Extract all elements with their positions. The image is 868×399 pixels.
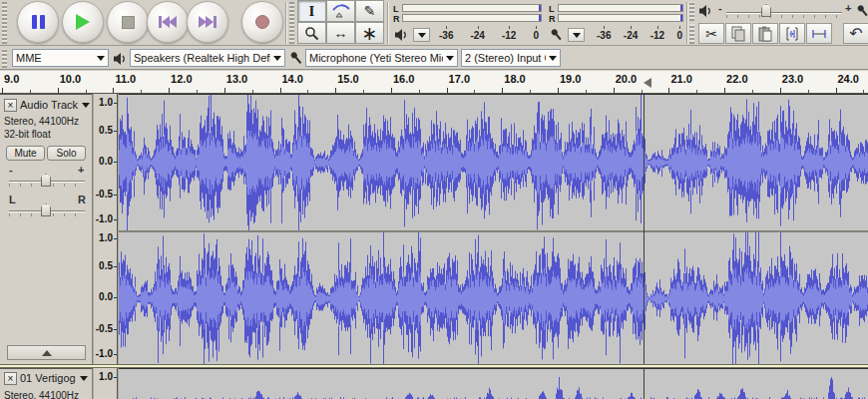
track1-channel2-waveform bbox=[119, 232, 868, 364]
recording-device-icon bbox=[288, 50, 304, 67]
recording-channels-dropdown[interactable]: 2 (Stereo) Input C bbox=[461, 49, 561, 67]
time-shift-tool-button[interactable]: ↔ bbox=[326, 22, 355, 44]
playback-meter-dropdown-button[interactable] bbox=[413, 28, 430, 42]
chevron-down-icon bbox=[446, 56, 454, 61]
draw-tool-button[interactable]: ✎ bbox=[355, 0, 384, 22]
selection-tool-icon: I bbox=[309, 4, 315, 19]
track1-solo-button[interactable]: Solo bbox=[47, 146, 86, 161]
collapse-up-icon bbox=[42, 350, 52, 356]
track1-collapse-button[interactable] bbox=[7, 345, 86, 360]
recording-meter-scale: -36-24-120 bbox=[597, 30, 682, 41]
audio-host-dropdown[interactable]: MME bbox=[12, 49, 109, 67]
track1-ch1-ruler[interactable]: 1.00.50.0-0.5-1.0 bbox=[94, 94, 118, 229]
paste-icon bbox=[757, 26, 773, 42]
trim-audio-icon bbox=[784, 26, 800, 42]
silence-audio-button[interactable] bbox=[806, 23, 832, 44]
track2-control-panel: × 01 Vertigog Stereo, 44100Hz bbox=[0, 368, 93, 399]
gain-max-label: + bbox=[78, 164, 84, 176]
time-shift-tool-icon: ↔ bbox=[334, 26, 348, 40]
copy-button[interactable] bbox=[725, 23, 751, 44]
trim-audio-button[interactable] bbox=[779, 23, 805, 44]
draw-tool-icon: ✎ bbox=[364, 4, 376, 18]
track2-waveform[interactable] bbox=[119, 368, 868, 399]
envelope-tool-icon bbox=[332, 4, 350, 18]
envelope-tool-button[interactable] bbox=[326, 0, 355, 22]
recording-meter-right-bar bbox=[558, 14, 683, 22]
skip-to-end-icon bbox=[199, 16, 217, 28]
copy-icon bbox=[730, 26, 746, 42]
multi-tool-button[interactable]: ∗ bbox=[355, 22, 384, 44]
track1-format-label: Stereo, 44100Hz bbox=[4, 116, 79, 127]
undo-button[interactable]: ↶ bbox=[843, 23, 868, 44]
record-button[interactable] bbox=[241, 1, 283, 43]
playhead-marker[interactable] bbox=[644, 78, 651, 88]
recording-meter-dropdown-button[interactable] bbox=[568, 28, 585, 42]
track2-format-label: Stereo, 44100Hz bbox=[4, 390, 79, 399]
output-volume-slider[interactable] bbox=[726, 12, 842, 14]
playback-meter-scale: -36-24-120 bbox=[439, 30, 539, 41]
undo-icon: ↶ bbox=[849, 26, 862, 42]
output-volume-ticks bbox=[726, 15, 842, 18]
skip-to-end-button[interactable] bbox=[187, 1, 228, 43]
recording-meter-right-label: R bbox=[549, 15, 556, 23]
zoom-tool-button[interactable] bbox=[297, 22, 326, 44]
paste-button[interactable] bbox=[752, 23, 778, 44]
edit-toolbar-grabber[interactable] bbox=[689, 24, 694, 44]
track1-channel1-waveform bbox=[119, 95, 868, 230]
tools-toolbar-grabber[interactable] bbox=[289, 2, 294, 44]
track1-gain-thumb[interactable] bbox=[41, 174, 51, 187]
skip-to-start-button[interactable] bbox=[147, 1, 189, 43]
mixer-toolbar-grabber[interactable] bbox=[689, 2, 694, 21]
chevron-down-icon bbox=[80, 376, 88, 381]
track1-title: Audio Track bbox=[20, 99, 78, 111]
recording-device-value: Microphone (Yeti Stereo Microp bbox=[309, 52, 443, 64]
track1-pan-thumb[interactable] bbox=[41, 203, 51, 216]
cut-button[interactable]: ✂ bbox=[698, 23, 724, 44]
transport-toolbar-grabber[interactable] bbox=[2, 2, 7, 44]
playback-device-value: Speakers (Realtek High Definit bbox=[134, 52, 270, 64]
playback-meter-left-label: L bbox=[393, 5, 399, 13]
track-area: × Audio Track Stereo, 44100Hz 32-bit flo… bbox=[0, 94, 868, 399]
playback-meter-right-label: R bbox=[393, 15, 400, 23]
toolbar-separator bbox=[285, 2, 287, 44]
microphone-icon bbox=[549, 27, 565, 43]
track2-title: 01 Vertigog bbox=[20, 372, 76, 384]
volume-max-label: + bbox=[845, 2, 851, 14]
track1-depth-label: 32-bit float bbox=[4, 129, 51, 140]
track2-ruler[interactable]: 1.0 bbox=[94, 368, 118, 399]
recording-meter-left-bar bbox=[558, 4, 683, 12]
recording-meter-left-label: L bbox=[549, 5, 555, 13]
track2-channel1-waveform bbox=[119, 369, 868, 399]
play-button[interactable] bbox=[62, 1, 104, 43]
output-volume-thumb[interactable] bbox=[761, 4, 771, 17]
track1-close-button[interactable]: × bbox=[4, 99, 17, 112]
multi-tool-icon: ∗ bbox=[362, 24, 378, 43]
main-toolbar-row: I ✎ ↔ ∗ L R bbox=[0, 0, 868, 46]
track1-ch2-ruler[interactable]: 1.00.50.0-0.5-1.0 bbox=[94, 229, 118, 364]
playback-device-dropdown[interactable]: Speakers (Realtek High Definit bbox=[130, 49, 285, 67]
chevron-down-icon bbox=[97, 56, 105, 61]
recording-channels-value: 2 (Stereo) Input C bbox=[465, 52, 546, 64]
track2-title-menu[interactable]: 01 Vertigog bbox=[20, 372, 88, 384]
playback-device-icon bbox=[113, 52, 128, 66]
chevron-down-icon bbox=[82, 103, 90, 108]
recording-meter[interactable]: L R -36-24-120 bbox=[547, 1, 686, 45]
device-toolbar: MME Speakers (Realtek High Definit Micro… bbox=[0, 47, 868, 70]
track1-title-menu[interactable]: Audio Track bbox=[20, 99, 90, 111]
recording-device-dropdown[interactable]: Microphone (Yeti Stereo Microp bbox=[305, 49, 458, 67]
chevron-down-icon bbox=[273, 56, 281, 61]
device-toolbar-grabber[interactable] bbox=[2, 49, 7, 68]
selection-tool-button[interactable]: I bbox=[297, 0, 326, 22]
stop-button[interactable] bbox=[107, 1, 149, 43]
playback-meter[interactable]: L R -36-24-120 bbox=[391, 1, 545, 45]
silence-audio-icon bbox=[811, 26, 827, 42]
timeline-ruler[interactable]: 9.010.011.012.013.014.015.016.017.018.01… bbox=[0, 71, 868, 94]
track2-close-button[interactable]: × bbox=[4, 372, 17, 385]
speaker-icon bbox=[394, 28, 409, 42]
pause-button[interactable] bbox=[17, 1, 59, 43]
track1-mute-button[interactable]: Mute bbox=[6, 146, 45, 161]
playback-meter-right-bar bbox=[402, 14, 542, 22]
gain-min-label: - bbox=[9, 164, 13, 176]
track1-waveform[interactable] bbox=[119, 94, 868, 364]
toolbar-separator bbox=[387, 2, 389, 44]
